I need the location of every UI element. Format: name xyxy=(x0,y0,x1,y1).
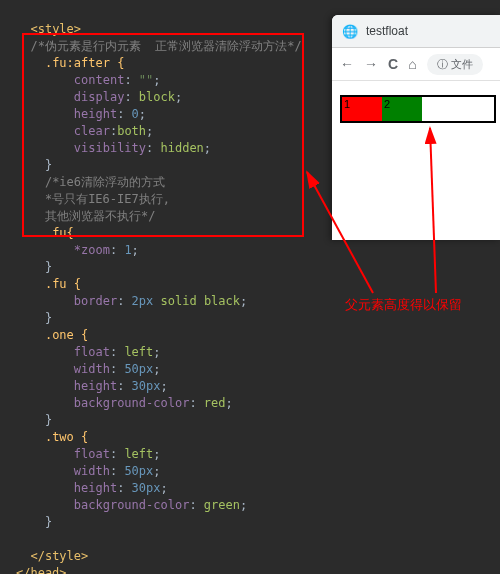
parent-box: 1 2 xyxy=(340,95,496,123)
back-button[interactable]: ← xyxy=(340,56,354,72)
url-label: 文件 xyxy=(451,57,473,72)
reload-button[interactable]: C xyxy=(388,56,398,72)
annotation-label: 父元素高度得以保留 xyxy=(345,296,462,314)
prop: content xyxy=(74,73,125,87)
selector: .two { xyxy=(45,430,88,444)
comment: /*伪元素是行内元素 正常浏览器清除浮动方法*/ xyxy=(30,39,301,53)
box-two: 2 xyxy=(382,97,422,121)
selector: .fu { xyxy=(45,277,81,291)
browser-viewport: 1 2 xyxy=(332,81,500,137)
info-icon: ⓘ xyxy=(437,57,448,72)
tab-title: testfloat xyxy=(366,24,408,38)
selector: .one { xyxy=(45,328,88,342)
url-chip[interactable]: ⓘ 文件 xyxy=(427,54,483,75)
browser-window: 🌐 testfloat ← → C ⌂ ⓘ 文件 1 2 xyxy=(332,15,500,240)
forward-button[interactable]: → xyxy=(364,56,378,72)
globe-icon: 🌐 xyxy=(342,24,358,39)
tag: <style> xyxy=(30,22,81,36)
selector: .fu{ xyxy=(45,226,74,240)
box-one: 1 xyxy=(342,97,382,121)
comment: /*ie6清除浮动的方式 xyxy=(45,175,165,189)
selector: .fu:after { xyxy=(45,56,124,70)
browser-toolbar: ← → C ⌂ ⓘ 文件 xyxy=(332,48,500,81)
browser-tab[interactable]: 🌐 testfloat xyxy=(332,15,500,48)
home-button[interactable]: ⌂ xyxy=(408,56,416,72)
val: "" xyxy=(139,73,153,87)
